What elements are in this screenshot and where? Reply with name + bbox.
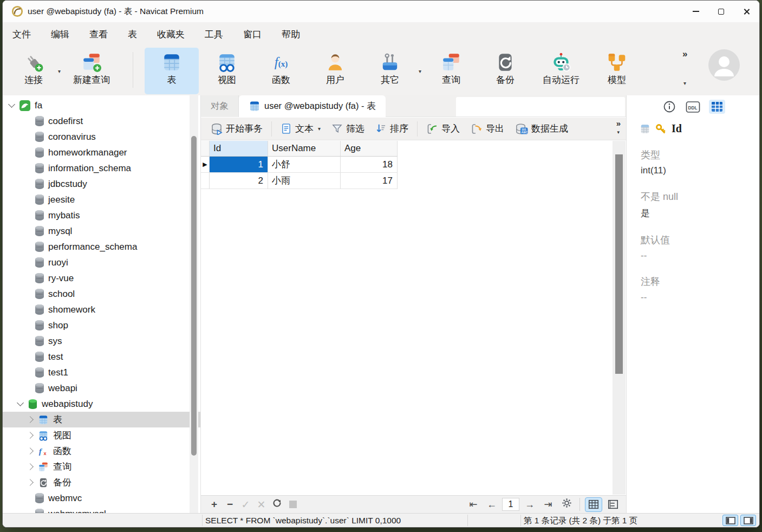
import-button[interactable]: 导入: [421, 120, 465, 138]
column-header-username[interactable]: UserName: [268, 141, 341, 157]
connection-dropdown-caret[interactable]: ▾: [58, 68, 61, 74]
column-header-age[interactable]: Age: [341, 141, 398, 157]
menu-item[interactable]: 文件: [12, 28, 31, 41]
text-dropdown-caret[interactable]: ▾: [318, 126, 321, 132]
tables-button[interactable]: 表: [145, 48, 199, 94]
tree-item-database[interactable]: shop: [3, 317, 200, 333]
menu-item[interactable]: 编辑: [51, 28, 69, 41]
tree-item-functions[interactable]: fx 函数: [3, 443, 200, 459]
toggle-right-panel-button[interactable]: [740, 515, 756, 526]
tree-item-database[interactable]: performance_schema: [3, 239, 200, 255]
row-selector-cell[interactable]: [201, 173, 210, 189]
grid-view-button[interactable]: [585, 497, 602, 512]
chevron-down-icon[interactable]: [8, 101, 15, 108]
maximize-button[interactable]: [708, 1, 734, 22]
model-button[interactable]: 模型: [591, 48, 643, 94]
menu-item[interactable]: 收藏夹: [157, 28, 185, 41]
grid-cell[interactable]: 17: [341, 173, 398, 189]
columns-tab-button[interactable]: [709, 100, 725, 114]
others-button[interactable]: 其它: [364, 48, 415, 94]
grid-cell[interactable]: 18: [341, 157, 398, 173]
menu-item[interactable]: 窗口: [243, 28, 262, 41]
tree-item-database[interactable]: coronavirus: [3, 129, 200, 145]
sort-button[interactable]: 排序: [370, 120, 414, 138]
column-header-id[interactable]: Id: [210, 141, 268, 157]
tree-item-database[interactable]: jdbcstudy: [3, 176, 200, 192]
tree-item-database[interactable]: school: [3, 286, 200, 302]
user-avatar[interactable]: [708, 49, 740, 81]
backup-button[interactable]: 备份: [479, 48, 531, 94]
tree-item-tables[interactable]: 表: [3, 412, 200, 427]
chevron-right-icon[interactable]: [27, 416, 34, 423]
grid-cell[interactable]: 小雨: [268, 173, 341, 189]
next-record-button[interactable]: →: [522, 499, 538, 510]
first-record-button[interactable]: ⇤: [465, 498, 481, 510]
toolbar-overflow-chevron[interactable]: »: [682, 49, 687, 60]
begin-transaction-button[interactable]: 开始事务: [205, 120, 268, 138]
tree-item-database[interactable]: test: [3, 349, 200, 365]
tab-table-user[interactable]: user @webapistudy (fa) - 表: [239, 95, 386, 117]
tree-item-database[interactable]: mybatis: [3, 207, 200, 223]
tree-item-database[interactable]: ry-vue: [3, 270, 200, 286]
grid-cell[interactable]: 1: [210, 157, 268, 173]
stop-button[interactable]: [289, 501, 297, 508]
queries-button[interactable]: 查询: [425, 48, 477, 94]
tree-item-backups[interactable]: 备份: [3, 475, 200, 490]
tree-item-database[interactable]: homeworkmanager: [3, 145, 200, 160]
connection-button[interactable]: 连接: [10, 48, 57, 94]
tree-scrollbar-thumb[interactable]: [191, 136, 197, 456]
grid-cell[interactable]: 2: [210, 173, 268, 189]
grid-scrollbar[interactable]: [613, 141, 626, 495]
toggle-left-panel-button[interactable]: [722, 515, 738, 526]
toolbar-down-caret[interactable]: ▾: [683, 80, 686, 86]
menu-item[interactable]: 表: [128, 28, 137, 41]
tree-item-queries[interactable]: 查询: [3, 459, 200, 475]
chevron-down-icon[interactable]: [17, 399, 24, 406]
tree-item-connection[interactable]: fa: [3, 98, 200, 113]
tree-item-database[interactable]: jeesite: [3, 192, 200, 207]
add-record-button[interactable]: +: [206, 498, 222, 510]
functions-button[interactable]: f(x) 函数: [254, 48, 308, 94]
ddl-tab-button[interactable]: DDL: [685, 100, 701, 114]
previous-record-button[interactable]: ←: [484, 499, 500, 510]
last-record-button[interactable]: ⇥: [540, 498, 556, 510]
delete-record-button[interactable]: −: [222, 498, 238, 510]
grid-scrollbar-thumb[interactable]: [615, 154, 623, 374]
row-selector-cell[interactable]: ▶: [201, 157, 210, 173]
tab-objects[interactable]: 对象: [201, 95, 239, 117]
tree-item-database[interactable]: information_schema: [3, 160, 200, 176]
tree-item-database[interactable]: webmvc: [3, 490, 200, 506]
export-button[interactable]: 导出: [465, 120, 510, 138]
info-tab-button[interactable]: [661, 100, 678, 114]
tree-item-database[interactable]: webmvcmysql: [3, 506, 200, 513]
others-dropdown-caret[interactable]: ▾: [419, 68, 421, 74]
tree-item-database[interactable]: webapi: [3, 380, 200, 396]
tree-item-webapistudy[interactable]: webapistudy: [3, 396, 200, 412]
automation-button[interactable]: 自动运行: [531, 48, 591, 94]
table-toolbar-overflow-chevron[interactable]: »: [616, 119, 621, 128]
chevron-right-icon[interactable]: [27, 479, 34, 486]
tree-item-database[interactable]: codefirst: [3, 113, 200, 129]
chevron-right-icon[interactable]: [27, 463, 34, 470]
form-view-button[interactable]: [604, 497, 622, 512]
filter-button[interactable]: 筛选: [326, 120, 370, 138]
views-button[interactable]: 视图: [200, 48, 254, 94]
refresh-button[interactable]: [269, 498, 285, 510]
tree-item-database[interactable]: shomework: [3, 302, 200, 317]
table-toolbar-down-caret[interactable]: ▾: [616, 128, 621, 136]
menu-item[interactable]: 工具: [205, 28, 223, 41]
tree-item-views[interactable]: 视图: [3, 427, 200, 443]
users-button[interactable]: 用户: [308, 48, 362, 94]
discard-changes-button[interactable]: ✕: [253, 498, 269, 511]
page-number-input[interactable]: [502, 498, 519, 511]
tree-item-database[interactable]: ruoyi: [3, 255, 200, 270]
text-button[interactable]: 文本 ▾: [275, 120, 326, 138]
settings-gear-button[interactable]: [558, 498, 575, 511]
close-button[interactable]: [734, 1, 759, 22]
tree-item-database[interactable]: test1: [3, 365, 200, 380]
chevron-right-icon[interactable]: [27, 432, 34, 439]
tree-item-database[interactable]: mysql: [3, 223, 200, 239]
data-generation-button[interactable]: 101ABC 数据生成: [510, 120, 574, 138]
grid-cell[interactable]: 小舒: [268, 157, 341, 173]
new-query-button[interactable]: 新建查询: [63, 48, 120, 94]
